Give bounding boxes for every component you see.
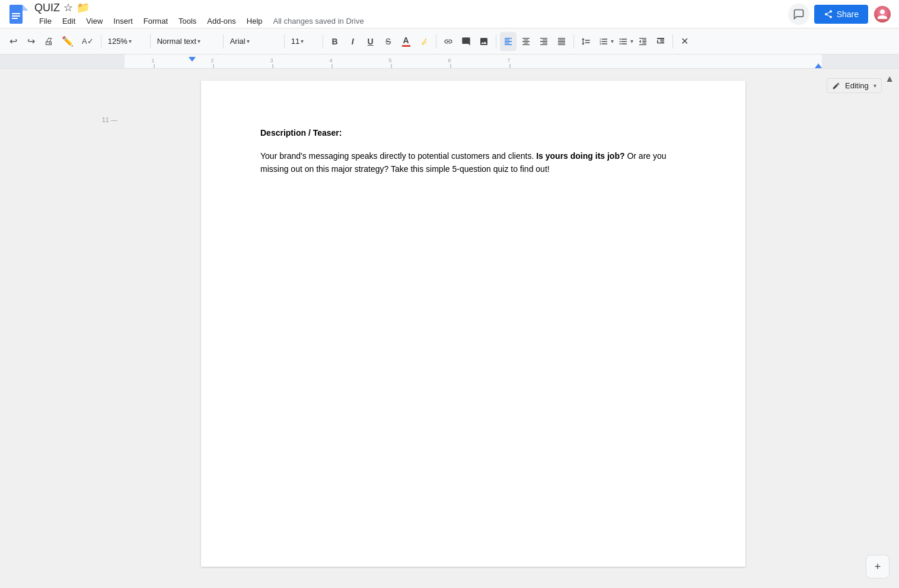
toolbar-separator-5	[323, 34, 323, 49]
line-spacing-button[interactable]	[578, 32, 594, 51]
text-style-select[interactable]: Normal text ▾	[154, 32, 219, 51]
menu-edit[interactable]: Edit	[58, 15, 80, 27]
svg-text:3: 3	[270, 57, 273, 63]
font-dropdown-arrow: ▾	[247, 38, 250, 44]
menu-tools[interactable]: Tools	[174, 15, 201, 27]
ruler-right-margin	[822, 55, 899, 68]
align-center-button[interactable]	[518, 32, 534, 51]
toolbar-separator-8	[573, 34, 574, 49]
editing-dropdown-arrow: ▾	[874, 82, 876, 89]
numbered-list-dropdown[interactable]: ▾	[611, 38, 614, 44]
undo-button[interactable]: ↩	[5, 32, 21, 51]
numbered-list-button[interactable]	[595, 32, 612, 51]
svg-rect-4	[12, 18, 18, 19]
title-bar: QUIZ ☆ 📁 File Edit View Insert Format To…	[0, 0, 899, 28]
menu-file[interactable]: File	[34, 15, 56, 27]
title-section: QUIZ ☆ 📁 File Edit View Insert Format To…	[34, 1, 788, 27]
menu-help[interactable]: Help	[242, 15, 267, 27]
svg-text:2: 2	[211, 57, 213, 63]
toolbar-separator-3	[223, 34, 224, 49]
bulleted-list-button[interactable]	[615, 32, 632, 51]
svg-marker-1	[23, 5, 28, 11]
menu-view[interactable]: View	[81, 15, 107, 27]
paragraph-bold: Is yours doing its job?	[536, 151, 624, 161]
strikethrough-button[interactable]: S	[380, 32, 397, 51]
image-button[interactable]	[476, 32, 492, 51]
menu-insert[interactable]: Insert	[109, 15, 138, 27]
svg-text:7: 7	[507, 57, 510, 63]
document-title-row: QUIZ ☆ 📁	[34, 1, 788, 14]
star-icon[interactable]: ☆	[63, 1, 73, 14]
justify-button[interactable]	[553, 32, 570, 51]
bulleted-list-dropdown[interactable]: ▾	[630, 38, 633, 44]
paragraph-normal: Your brand's messaging speaks directly t…	[260, 151, 536, 161]
share-button[interactable]: Share	[814, 5, 868, 24]
document-heading: Description / Teaser:	[260, 128, 686, 138]
text-style-dropdown-arrow: ▾	[197, 38, 200, 44]
link-button[interactable]	[440, 32, 457, 51]
document-area[interactable]: Description / Teaser: Your brand's messa…	[125, 69, 822, 588]
toolbar-separator-7	[496, 34, 496, 49]
toolbar-separator-1	[101, 34, 101, 49]
svg-text:6: 6	[448, 57, 451, 63]
font-size-value: 11	[291, 37, 299, 46]
svg-rect-3	[12, 15, 20, 17]
svg-text:1: 1	[151, 57, 154, 63]
highlight-button[interactable]	[416, 32, 432, 51]
menu-format[interactable]: Format	[139, 15, 173, 27]
collapse-panel: ▲	[885, 74, 894, 84]
share-label: Share	[837, 9, 859, 19]
text-color-button[interactable]: A	[398, 32, 415, 51]
page-number: 11 —	[102, 116, 117, 123]
right-panel: Editing ▾ ▲ +	[822, 69, 899, 588]
document-body[interactable]: Your brand's messaging speaks directly t…	[260, 149, 686, 176]
user-avatar[interactable]	[873, 5, 892, 24]
font-value: Arial	[230, 37, 246, 46]
toolbar-separator-4	[284, 34, 285, 49]
menu-bar: File Edit View Insert Format Tools Add-o…	[34, 15, 788, 27]
document-title-text[interactable]: QUIZ	[34, 2, 60, 14]
spellcheck-button[interactable]: A✓	[78, 32, 97, 51]
folder-icon[interactable]: 📁	[76, 1, 90, 14]
editing-mode-button[interactable]: Editing ▾	[827, 78, 882, 93]
google-docs-icon	[7, 4, 28, 25]
zoom-select[interactable]: 125% ▾	[105, 32, 146, 51]
toolbar: ↩ ↪ 🖨 ✏️ A✓ 125% ▾ Normal text ▾ Arial ▾…	[0, 28, 899, 55]
menu-addons[interactable]: Add-ons	[202, 15, 240, 27]
left-margin: 11 —	[0, 69, 125, 588]
titlebar-right: Share	[788, 4, 892, 25]
comments-button[interactable]	[788, 4, 809, 25]
paint-format-button[interactable]: ✏️	[58, 32, 77, 51]
decrease-indent-button[interactable]	[635, 32, 651, 51]
ruler-left-margin	[0, 55, 125, 68]
bold-button[interactable]: B	[327, 32, 343, 51]
underline-button[interactable]: U	[362, 32, 379, 51]
italic-button[interactable]: I	[345, 32, 361, 51]
font-size-select[interactable]: 11 ▾	[288, 32, 319, 51]
text-style-value: Normal text	[157, 37, 196, 46]
collapse-button[interactable]: ▲	[885, 74, 894, 84]
ruler-content: 1 2 3 4 5 6 7	[125, 55, 822, 68]
svg-text:4: 4	[329, 57, 332, 63]
add-button[interactable]: +	[866, 555, 890, 579]
redo-button[interactable]: ↪	[23, 32, 39, 51]
main-area: 11 — Description / Teaser: Your brand's …	[0, 69, 899, 588]
editing-label: Editing	[845, 81, 869, 90]
increase-indent-button[interactable]	[652, 32, 669, 51]
align-right-button[interactable]	[535, 32, 552, 51]
save-status: All changes saved in Drive	[273, 17, 364, 27]
svg-rect-2	[12, 13, 20, 14]
toolbar-separator-2	[150, 34, 151, 49]
toolbar-separator-6	[436, 34, 436, 49]
svg-text:5: 5	[388, 57, 391, 63]
add-icon: +	[875, 561, 881, 573]
align-left-button[interactable]	[500, 32, 517, 51]
document-page[interactable]: Description / Teaser: Your brand's messa…	[201, 81, 745, 567]
zoom-dropdown-arrow: ▾	[129, 38, 132, 44]
print-button[interactable]: 🖨	[40, 32, 57, 51]
zoom-value: 125%	[108, 37, 127, 46]
font-select[interactable]: Arial ▾	[227, 32, 280, 51]
ruler: 1 2 3 4 5 6 7	[0, 55, 899, 69]
comment-button[interactable]	[458, 32, 474, 51]
clear-formatting-button[interactable]: ✕	[677, 32, 693, 51]
